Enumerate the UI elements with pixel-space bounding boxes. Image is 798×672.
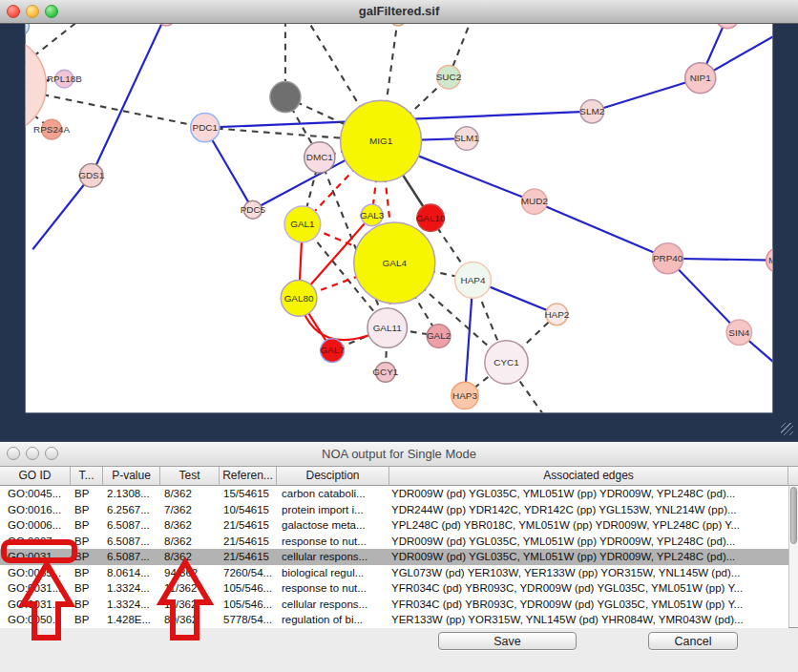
node-label: RPL18B	[47, 74, 82, 84]
table-row[interactable]: GO:0016...BP6.2567...7/36210/54615protei…	[0, 502, 788, 518]
cell-type: BP	[71, 612, 103, 628]
cell-reference: 5778/54...	[220, 612, 277, 628]
table-row[interactable]: GO:0065...BP8.0614...94/3627260/54...bio…	[0, 565, 788, 581]
cell-edges: YER133W (pp) YOR315W, YNL145W (pd) YHR08…	[389, 612, 788, 628]
cell-reference: 105/546...	[220, 597, 277, 613]
node-label: HAP4	[461, 275, 486, 285]
canvas-background	[26, 24, 773, 412]
graph-window-titlebar: galFiltered.sif	[0, 0, 798, 24]
cell-edges: YGL073W (pd) YER103W, YER133W (pp) YOR31…	[389, 565, 788, 581]
cell-p_value: 6.2567...	[103, 502, 160, 518]
scrollbar-thumb[interactable]	[790, 487, 797, 544]
node-label: PDC5	[241, 204, 266, 215]
cell-type: BP	[71, 517, 103, 534]
cell-type: BP	[71, 502, 103, 518]
column-header-edges[interactable]: Associated edges	[389, 467, 788, 486]
node-label: NIP1	[690, 73, 712, 83]
node-label: GAL11	[373, 323, 403, 333]
cell-description: response to nut...	[277, 534, 389, 550]
cell-go_id: GO:0050...	[0, 612, 71, 628]
cancel-button[interactable]: Cancel	[648, 632, 738, 650]
cell-description: cellular respons...	[277, 549, 389, 565]
table-row[interactable]: GO:0045...BP2.1308...8/36215/54615carbon…	[0, 486, 788, 502]
node-label: SUC2	[436, 72, 462, 82]
column-header-test[interactable]: Test	[160, 467, 220, 486]
node-label: GAL7	[320, 345, 345, 355]
column-header-type[interactable]: T...	[71, 467, 103, 486]
cell-type: BP	[71, 565, 103, 581]
cell-type: BP	[71, 486, 103, 502]
table-row[interactable]: GO:0031...BP1.3324...11/362105/546...res…	[0, 580, 788, 597]
cell-go_id: GO:0065...	[0, 565, 71, 581]
cell-go_id: GO:0006...	[0, 517, 71, 534]
node-label: PRP40	[653, 253, 683, 263]
close-button-inactive[interactable]	[7, 447, 20, 460]
node-label: HAP3	[452, 390, 477, 401]
minimize-button[interactable]	[26, 5, 39, 18]
table-row[interactable]: GO:0050...BP1.428E...80/3625778/54...reg…	[0, 612, 788, 628]
cell-go_id: GO:0045...	[0, 486, 71, 502]
resize-grip-icon[interactable]	[781, 423, 793, 435]
cell-p_value: 1.3324...	[103, 597, 160, 613]
cell-edges: YFR034C (pd) YBR093C, YDR009W (pd) YGL03…	[389, 597, 788, 613]
column-header-p_value[interactable]: P-value	[103, 467, 160, 486]
cell-test: 8/362	[160, 486, 220, 502]
node-label: DMC1	[306, 152, 334, 162]
cell-description: biological regul...	[277, 565, 389, 581]
window-title: galFiltered.sif	[0, 0, 798, 23]
node-label: CYC1	[494, 357, 519, 368]
cell-test: 80/362	[160, 612, 220, 628]
cell-go_id: GO:0031...	[0, 597, 71, 613]
vertical-scrollbar[interactable]	[788, 486, 798, 627]
save-button[interactable]: Save	[438, 632, 577, 650]
graph-window: MSNRPL18BRPS24AGDS1PDC1PDC5DMC1MIG1SUC2S…	[0, 0, 798, 441]
cell-p_value: 1.428E...	[103, 612, 160, 628]
noa-window-title: NOA output for Single Mode	[0, 442, 798, 466]
cell-test: 8/362	[160, 549, 220, 565]
node-gray[interactable]	[270, 81, 301, 112]
minimize-button-inactive[interactable]	[26, 447, 39, 460]
cell-reference: 21/54615	[220, 549, 277, 565]
zoom-button-inactive[interactable]	[45, 447, 58, 460]
cell-type: BP	[71, 580, 103, 597]
node-label: GAL10	[416, 213, 446, 223]
cell-type: BP	[71, 534, 103, 550]
close-button[interactable]	[7, 5, 20, 18]
cell-edges: YDR009W (pd) YGL035C, YML051W (pp) YDR00…	[389, 549, 788, 565]
results-table: GO IDT...P-valueTestReferen...Desciption…	[0, 467, 798, 628]
cell-reference: 21/54615	[220, 517, 277, 534]
cell-test: 8/362	[160, 517, 220, 534]
column-header-go_id[interactable]: GO ID	[0, 467, 71, 486]
cell-p_value: 6.5087...	[103, 534, 160, 550]
node-label: SIN4	[728, 327, 750, 338]
node-label: GCY1	[372, 367, 398, 377]
column-header-description[interactable]: Desciption	[277, 467, 389, 486]
noa-window: NOA output for Single Mode GO IDT...P-va…	[0, 441, 798, 672]
table-row[interactable]: GO:0006...BP6.5087...8/36221/54615galact…	[0, 517, 788, 534]
table-row-selected[interactable]: GO:0031...BP6.5087...8/36221/54615cellul…	[0, 549, 788, 565]
cell-edges: YDR009W (pd) YGL035C, YML051W (pp) YDR00…	[389, 534, 788, 550]
cell-test: 11/362	[160, 597, 220, 613]
cell-p_value: 2.1308...	[103, 486, 160, 502]
zoom-button[interactable]	[45, 5, 58, 18]
table-body: GO:0045...BP2.1308...8/36215/54615carbon…	[0, 486, 788, 628]
column-header-reference[interactable]: Referen...	[220, 467, 277, 486]
cell-go_id: GO:0031...	[0, 580, 71, 597]
cell-reference: 7260/54...	[220, 565, 277, 581]
node-label: GAL2	[427, 330, 452, 341]
node-label: SLM1	[454, 133, 479, 143]
node-label: GAL1	[290, 219, 315, 229]
node-label: MUD2	[521, 197, 549, 207]
cell-go_id: GO:0016...	[0, 502, 71, 518]
table-row[interactable]: GO:0007...BP6.5087...8/36221/54615respon…	[0, 534, 788, 550]
cell-description: regulation of bi...	[277, 612, 389, 628]
cell-type: BP	[71, 597, 103, 613]
node-corner[interactable]	[12, 24, 29, 34]
cell-description: galactose meta...	[277, 517, 389, 534]
cell-test: 11/362	[160, 580, 220, 597]
table-row[interactable]: GO:0031...BP1.3324...11/362105/546...cel…	[0, 597, 788, 613]
cell-edges: YPL248C (pd) YBR018C, YML051W (pp) YDR00…	[389, 517, 788, 534]
cell-p_value: 8.0614...	[103, 565, 160, 581]
cell-reference: 21/54615	[220, 534, 277, 550]
network-canvas[interactable]: MSNRPL18BRPS24AGDS1PDC1PDC5DMC1MIG1SUC2S…	[0, 24, 798, 435]
